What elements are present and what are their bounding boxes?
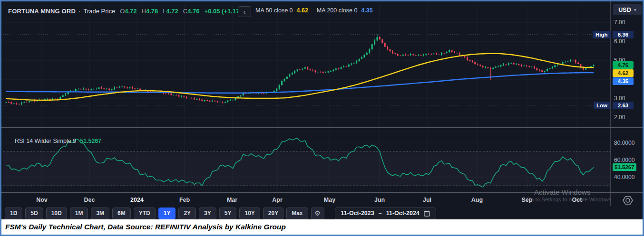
time-axis-label-apr: Apr <box>272 196 283 204</box>
high-label-badge: High <box>593 31 611 38</box>
rsi-value-badge: 51.5267 <box>613 163 636 171</box>
caption-bar: FSM's Daily Technical Chart, Data Source… <box>1 219 643 235</box>
hexagon-gear-icon <box>622 196 634 205</box>
windows-watermark-line2: Go to Settings to activate Windows. <box>527 197 613 202</box>
low-label-badge: Low <box>594 102 610 109</box>
legend-separator: · <box>78 8 80 15</box>
time-axis-label-jul: Jul <box>423 196 431 204</box>
high-price-badge: 6.36 <box>613 31 634 38</box>
range-button-1m[interactable]: 1M <box>70 208 88 219</box>
ma-legend: MA 50 close 0 4.62 MA 200 close 0 4.35 <box>255 7 373 14</box>
currency-code: USD <box>618 7 631 13</box>
time-axis-label-feb: Feb <box>179 196 190 204</box>
time-axis-label-2024: 2024 <box>130 196 144 204</box>
legend-collapse-button[interactable]: ‹ <box>238 6 251 17</box>
low-price-badge: 2.63 <box>613 102 634 109</box>
caption-text: FSM's Daily Technical Chart, Data Source… <box>5 223 286 231</box>
rsi-legend: RSI 14 Wilder Simple 951.5267 <box>8 131 101 151</box>
range-toolbar: 1D5D10D1M3M6MYTD1Y2Y3Y5Y10Y20YMax⚙11-Oct… <box>5 207 436 219</box>
low-label: L <box>163 8 166 15</box>
series-type: Trade Price <box>83 8 115 15</box>
range-button-20y[interactable]: 20Y <box>263 208 283 219</box>
time-axis-label-aug: Aug <box>471 196 483 204</box>
close-value: 4.76 <box>187 8 199 15</box>
chevron-left-icon: ‹ <box>244 8 246 16</box>
ma50-label: MA 50 close 0 <box>255 7 293 14</box>
open-label: O <box>120 8 125 15</box>
date-separator: – <box>379 210 382 217</box>
calendar-icon <box>424 210 430 217</box>
chevron-down-icon: ▾ <box>634 7 636 12</box>
range-button-10y[interactable]: 10Y <box>239 208 260 219</box>
ma200-value: 4.35 <box>361 7 372 14</box>
currency-selector[interactable]: USD ▾ <box>613 4 642 15</box>
range-button-2y[interactable]: 2Y <box>178 208 196 219</box>
range-button-5y[interactable]: 5Y <box>219 208 237 219</box>
ma200-label: MA 200 close 0 <box>317 7 357 14</box>
rsi-label: RSI 14 Wilder Simple 9 <box>15 138 76 144</box>
range-button-ytd[interactable]: YTD <box>134 208 156 219</box>
date-range-picker[interactable]: 11-Oct-2023–11-Oct-2024 <box>335 208 436 219</box>
time-axis-label-may: May <box>324 196 335 204</box>
ma50-value: 4.62 <box>297 7 308 14</box>
symbol-legend: FORTUNA MNNG ORD · Trade Price O 4.72 H … <box>8 6 247 16</box>
toolbar-settings-button[interactable]: ⚙ <box>311 208 324 219</box>
time-axis-label-jun: Jun <box>374 196 385 204</box>
range-button-max[interactable]: Max <box>286 208 308 219</box>
panel-separator-price-rsi[interactable] <box>1 127 643 128</box>
time-axis-label-mar: Mar <box>227 196 237 204</box>
range-button-5d[interactable]: 5D <box>25 208 43 219</box>
range-button-6m[interactable]: 6M <box>112 208 131 219</box>
range-button-10d[interactable]: 10D <box>46 208 67 219</box>
ma50-price-badge: 4.62 <box>613 69 634 77</box>
high-label: H <box>142 8 146 15</box>
range-button-1d[interactable]: 1D <box>5 208 22 219</box>
chart-window: FORTUNA MNNG ORD · Trade Price O 4.72 H … <box>0 0 644 236</box>
windows-watermark-line1: Activate Windows <box>534 188 590 196</box>
rsi-value: 51.5267 <box>80 138 101 144</box>
range-button-1y[interactable]: 1Y <box>158 208 176 219</box>
time-axis-label-nov: Nov <box>36 196 48 204</box>
open-value: 4.72 <box>125 8 137 15</box>
date-to: 11-Oct-2024 <box>386 210 420 217</box>
date-from: 11-Oct-2023 <box>341 210 374 217</box>
chart-canvas[interactable] <box>1 1 643 206</box>
symbol-name: FORTUNA MNNG ORD <box>8 8 76 15</box>
ma200-price-badge: 4.35 <box>613 77 634 85</box>
low-value: 4.72 <box>166 8 178 15</box>
range-button-3y[interactable]: 3Y <box>199 208 216 219</box>
range-button-3m[interactable]: 3M <box>91 208 109 219</box>
high-value: 4.78 <box>146 8 158 15</box>
time-axis-label-dec: Dec <box>84 196 95 204</box>
last-price-badge: 4.76 <box>613 61 634 69</box>
time-axis-settings-button[interactable] <box>621 195 634 206</box>
close-label: C <box>183 8 187 15</box>
